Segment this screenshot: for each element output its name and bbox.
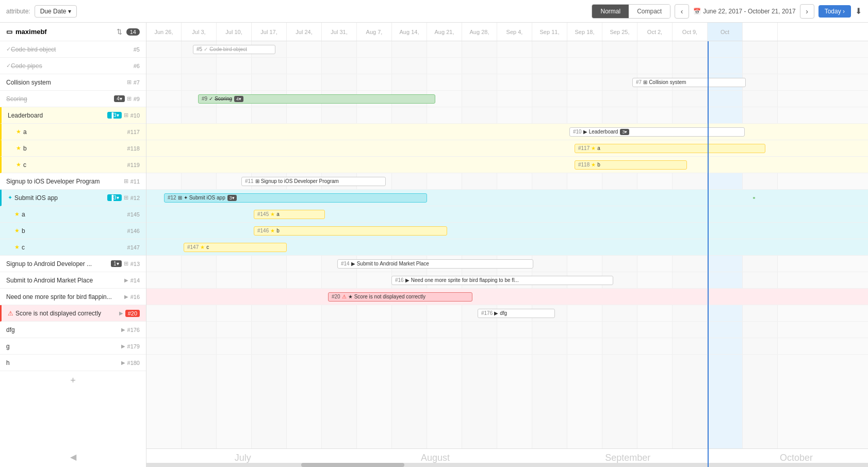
sidebar-row-7[interactable]: Collision system ⊞ #7 [0,74,146,91]
row-label: b [22,227,127,235]
row-icons: ▶ #176 [121,327,140,333]
gantt-bar-117[interactable]: #117 ★ a [575,144,765,153]
gantt-bar-16[interactable]: #16 ▶ Need one more sprite for bird flap… [391,276,613,285]
collapse-icon[interactable]: ▭ [6,28,12,36]
sidebar-row-146[interactable]: ★ b #146 [0,223,146,239]
nav-next-button[interactable]: › [800,4,814,19]
week-col-jul17: Jul 17, [252,23,287,41]
sidebar-row-179[interactable]: g ▶ #179 [0,338,146,355]
sidebar-row-118[interactable]: ★ b #118 [0,140,146,157]
nav-prev-button[interactable]: ‹ [675,4,689,19]
sidebar-row-180[interactable]: h ▶ #180 [0,355,146,371]
sidebar-collapse-handle[interactable]: ◀ [70,452,76,462]
row-label: Signup to iOS Developer Program [6,178,124,185]
sidebar: ▭ maximebf ⇅ 14 ✓ Code bird object #5 ✓ … [0,23,146,467]
today-button[interactable]: Today › [818,5,851,18]
arrow-icon: ▶ [351,261,355,266]
row-icons: ▶ #14 [124,277,140,283]
week-col-jun26: Jun 26, [146,23,182,41]
arrow-icon: ▶ [121,360,125,365]
mini-badge-3: ▐3▾ [107,112,122,119]
gantt-bar-9[interactable]: #9 ✓ Scoring 4▾ [198,94,435,104]
main-area: ▭ maximebf ⇅ 14 ✓ Code bird object #5 ✓ … [0,23,868,467]
horizontal-scrollbar[interactable] [146,463,868,467]
row-id: #14 [130,277,140,283]
sidebar-row-117[interactable]: ★ a #117 [0,124,146,140]
bars-icon: ⊞ [124,178,128,185]
gantt-row-180 [146,338,868,355]
row-label: h [6,359,121,366]
bars-icon: ⊞ [178,195,182,201]
gantt-bar-20[interactable]: #20 ⚠ ★ Score is not displayed correctly [328,292,472,302]
row-id: #5 [134,46,140,53]
gantt-bar-14[interactable]: #14 ▶ Submit to Android Market Place [337,259,533,269]
sidebar-row-16[interactable]: Need one more sprite for bird flappin...… [0,289,146,305]
gantt-row-14: #14 ▶ Submit to Android Market Place [146,256,868,272]
row-id: #119 [127,162,140,168]
gantt-area[interactable]: Jun 26, Jul 3, Jul 10, Jul 17, Jul 24, J… [146,23,868,467]
exclamation-icon: ⚠ [8,310,13,317]
gantt-bar-11[interactable]: #11 ⊞ Signup to iOS Developer Program [241,177,386,186]
gantt-bar-7[interactable]: #7 ⊞ Collision system [632,78,746,87]
sidebar-row-14[interactable]: Submit to Android Market Place ▶ #14 [0,272,146,289]
row-label: Submit iOS app [14,194,107,202]
gantt-bar-145[interactable]: #145 ★ a [254,210,325,219]
row-icons: ▶ #180 [121,360,140,366]
normal-view-button[interactable]: Normal [592,5,629,18]
gantt-bar-176[interactable]: #176 ▶ dfg [478,309,555,318]
gantt-bar-147[interactable]: #147 ★ c [184,243,287,252]
gantt-body: #5 ✓ Code bird object #7 ⊞ Collision sys… [146,41,868,467]
week-col-aug14: Aug 14, [392,23,427,41]
sidebar-row-20[interactable]: ⚠ Score is not displayed correctly ▶ #20 [0,305,146,322]
sidebar-row-11[interactable]: Signup to iOS Developer Program ⊞ #11 [0,173,146,190]
bar-label: Submit to Android Market Place [357,261,429,266]
sidebar-row-10[interactable]: Leaderboard ▐3▾ ⊞ #10 [0,107,146,124]
arrow-icon: ▶ [405,277,410,283]
count-badge: 14 [126,28,140,36]
row-label: b [23,145,127,152]
bar-id: #5 [196,46,202,52]
gantt-bar-10[interactable]: #10 ▶ Leaderboard 3▾ [569,127,745,137]
username: maximebf [15,28,47,36]
bar-label: b [597,162,600,168]
star-icon: ★ [270,228,275,233]
row-label: Code pipes [11,62,134,70]
row-id: #180 [127,360,140,366]
sidebar-row-119[interactable]: ★ c #119 [0,157,146,173]
gantt-row-10-header [146,107,868,124]
sidebar-row-145[interactable]: ★ a #145 [0,206,146,223]
week-col-sep4: Sep 4, [497,23,532,41]
row-icons: ▐3▾ ⊞ #12 [107,194,140,201]
sidebar-row-147[interactable]: ★ c #147 [0,239,146,256]
sidebar-row-6[interactable]: ✓ Code pipes #6 [0,58,146,74]
compact-view-button[interactable]: Compact [629,5,670,18]
bar-label: Score is not displayed correctly [354,294,425,299]
week-col-sep18: Sep 18, [567,23,602,41]
check-icon: ✓ [6,46,11,53]
sidebar-row-13[interactable]: Signup to Android Developer ... 1▾ ⊞ #13 [0,256,146,272]
bar-id: #176 [481,310,493,316]
gantt-row-179 [146,322,868,338]
sidebar-row-176[interactable]: dfg ▶ #176 [0,322,146,338]
sidebar-row-5[interactable]: ✓ Code bird object #5 [0,41,146,58]
star-icon: ★ [270,211,275,217]
due-date-button[interactable]: Due Date ▾ [35,5,77,18]
bar-label: a [276,211,280,217]
add-item-button[interactable]: + [0,371,146,390]
row-label: Score is not displayed correctly [15,310,119,317]
bars-icon: ⊞ [124,194,128,201]
gantt-bar-12[interactable]: #12 ⊞ ✦ Submit iOS app 3▾ [164,193,427,203]
gantt-bar-118[interactable]: #118 ★ b [575,160,687,170]
gantt-empty-space [146,355,868,458]
sidebar-user: ▭ maximebf [6,28,47,36]
sidebar-row-12[interactable]: ✦ Submit iOS app ▐3▾ ⊞ #12 [0,190,146,206]
toolbar: attribute: Due Date ▾ Normal Compact ‹ 📅… [0,0,868,23]
download-button[interactable]: ⬇ [855,6,862,16]
week-col-aug28: Aug 28, [462,23,497,41]
bar-id: #7 [636,79,642,85]
gantt-bar-146[interactable]: #146 ★ b [254,226,447,236]
sort-icon[interactable]: ⇅ [117,28,122,36]
date-range-text: June 22, 2017 - October 21, 2017 [703,8,795,15]
gantt-bar-5[interactable]: #5 ✓ Code bird object [193,45,275,54]
sidebar-row-9[interactable]: Scoring 4▾ ⊞ #9 [0,91,146,107]
